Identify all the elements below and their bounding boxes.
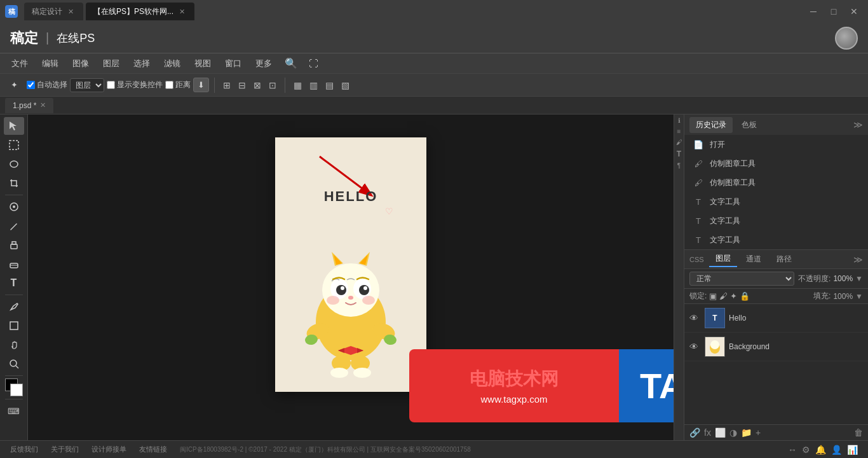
layer-bg-visibility[interactable]: 👁: [689, 342, 701, 352]
menu-more[interactable]: 更多: [249, 55, 278, 72]
search-icon[interactable]: 🔍: [280, 55, 302, 72]
dist-v-icon[interactable]: ▥: [306, 78, 321, 92]
history-item-text2[interactable]: T 文字工具: [684, 211, 868, 230]
maximize-button[interactable]: □: [825, 4, 843, 19]
tab-gaoding-close[interactable]: ✕: [66, 7, 76, 17]
shape-tool[interactable]: [4, 317, 24, 335]
layer-select[interactable]: 图层 组: [70, 78, 104, 92]
menu-file[interactable]: 文件: [5, 55, 34, 72]
heal-tool[interactable]: [4, 198, 24, 216]
eraser-tool[interactable]: [4, 255, 24, 273]
download-button[interactable]: ⬇: [193, 78, 209, 92]
dist-3-icon[interactable]: ▤: [322, 78, 337, 92]
fill-dropdown-icon[interactable]: ▼: [855, 292, 863, 301]
add-adjustment-icon[interactable]: ◑: [729, 427, 737, 438]
canvas-area[interactable]: HELLO ♡: [28, 114, 674, 440]
align-left-icon[interactable]: ⊞: [220, 78, 234, 92]
tab-layers[interactable]: 图层: [709, 251, 737, 267]
menu-window[interactable]: 窗口: [219, 55, 248, 72]
css-label[interactable]: CSS: [689, 256, 704, 263]
status-link-friends[interactable]: 友情链接: [139, 445, 167, 454]
tab-history[interactable]: 历史记录: [689, 117, 733, 133]
tab-gaoding[interactable]: 稿定设计 ✕: [24, 3, 83, 20]
pen-tool[interactable]: [4, 298, 24, 316]
add-layer-icon[interactable]: +: [756, 427, 761, 438]
history-item-stamp1[interactable]: 🖋 仿制图章工具: [684, 154, 868, 173]
move-tool-btn[interactable]: ✦: [4, 76, 24, 94]
add-mask-icon[interactable]: ⬜: [715, 427, 726, 438]
keyboard-icon[interactable]: ⌨: [4, 402, 24, 420]
dist-4-icon[interactable]: ▧: [338, 78, 353, 92]
brush-tool[interactable]: [4, 217, 24, 235]
distance-checkbox[interactable]: 距离: [165, 80, 191, 90]
hand-tool[interactable]: [4, 336, 24, 354]
fullscreen-icon[interactable]: ⛶: [304, 55, 323, 71]
lock-all-icon[interactable]: 🔒: [740, 291, 750, 301]
menu-filter[interactable]: 滤镜: [158, 55, 187, 72]
minimize-button[interactable]: ─: [804, 4, 822, 19]
tab-swatches[interactable]: 色板: [735, 117, 763, 133]
layers-expand-icon[interactable]: ≫: [853, 254, 863, 265]
panel-icon-brush[interactable]: 🖌: [676, 139, 682, 146]
close-button[interactable]: ✕: [845, 4, 863, 19]
lock-paint-icon[interactable]: 🖌: [719, 291, 728, 301]
lock-position-icon[interactable]: ✦: [730, 291, 737, 301]
menu-view[interactable]: 视图: [188, 55, 217, 72]
tab-paths[interactable]: 路径: [770, 252, 798, 267]
status-link-about[interactable]: 关于我们: [51, 445, 79, 454]
align-top-icon[interactable]: ⊡: [266, 78, 280, 92]
dist-h-icon[interactable]: ▦: [290, 78, 305, 92]
status-link-feedback[interactable]: 反馈我们: [10, 445, 38, 454]
document-tab-close[interactable]: ✕: [40, 101, 46, 109]
auto-select-input[interactable]: [27, 81, 35, 89]
tab-ps[interactable]: 【在线PS】PS软件网... ✕: [86, 3, 194, 20]
tab-channels[interactable]: 通道: [740, 252, 768, 267]
panel-icon-para[interactable]: ¶: [677, 162, 681, 169]
layer-hello-visibility[interactable]: 👁: [689, 313, 701, 323]
distance-input[interactable]: [165, 81, 173, 89]
auto-select-checkbox[interactable]: 自动选择: [27, 80, 67, 90]
opacity-dropdown-icon[interactable]: ▼: [855, 274, 863, 283]
color-swatch[interactable]: [5, 378, 23, 396]
history-expand-icon[interactable]: ≫: [853, 120, 863, 130]
lock-transparency-icon[interactable]: ▣: [709, 291, 717, 301]
delete-layer-icon[interactable]: 🗑: [854, 427, 863, 438]
status-icon-3[interactable]: 🔔: [815, 445, 826, 455]
history-item-stamp2[interactable]: 🖋 仿制图章工具: [684, 173, 868, 192]
menu-image[interactable]: 图像: [66, 55, 95, 72]
background-color[interactable]: [10, 384, 23, 396]
marquee-tool[interactable]: [4, 136, 24, 154]
status-icon-5[interactable]: 📊: [847, 445, 858, 455]
link-layers-icon[interactable]: 🔗: [689, 427, 700, 438]
layer-item-hello[interactable]: 👁 T Hello: [684, 304, 868, 333]
menu-layer[interactable]: 图层: [97, 55, 126, 72]
panel-icon-list[interactable]: ≡: [677, 128, 681, 135]
blend-mode-select[interactable]: 正常 溶解 正片叠底: [689, 272, 794, 286]
history-item-text1[interactable]: T 文字工具: [684, 192, 868, 211]
align-right-icon[interactable]: ⊠: [250, 78, 264, 92]
show-transform-checkbox[interactable]: 显示变换控件: [107, 80, 163, 90]
status-icon-2[interactable]: ⚙: [802, 445, 810, 455]
crop-tool[interactable]: [4, 174, 24, 192]
user-avatar[interactable]: [835, 27, 858, 50]
status-link-designer[interactable]: 设计师接单: [92, 445, 126, 454]
menu-edit[interactable]: 编辑: [36, 55, 65, 72]
align-center-icon[interactable]: ⊟: [235, 78, 249, 92]
select-tool[interactable]: [4, 117, 24, 135]
layer-effects-icon[interactable]: fx: [704, 427, 711, 438]
menu-select[interactable]: 选择: [127, 55, 156, 72]
tab-ps-close[interactable]: ✕: [177, 7, 187, 17]
add-group-icon[interactable]: 📁: [741, 427, 752, 438]
show-transform-input[interactable]: [107, 81, 115, 89]
text-tool[interactable]: T: [4, 274, 24, 292]
layer-item-background[interactable]: 👁 Background: [684, 333, 868, 361]
panel-icon-T[interactable]: T: [677, 149, 681, 158]
history-item-open[interactable]: 📄 打开: [684, 135, 868, 154]
stamp-tool[interactable]: [4, 236, 24, 254]
history-item-text3[interactable]: T 文字工具: [684, 230, 868, 249]
zoom-tool[interactable]: [4, 355, 24, 373]
lasso-tool[interactable]: [4, 155, 24, 173]
document-tab[interactable]: 1.psd * ✕: [5, 98, 53, 113]
status-icon-4[interactable]: 👤: [831, 445, 842, 455]
status-icon-1[interactable]: ↔: [788, 445, 797, 455]
